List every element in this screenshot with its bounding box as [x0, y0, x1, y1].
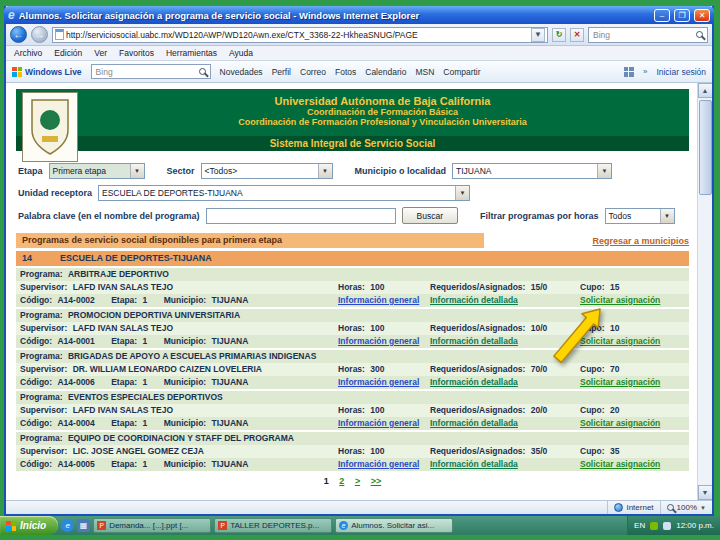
program-etapa: 1: [143, 377, 148, 387]
program-supervisor: LIC. JOSE ANGEL GOMEZ CEJA: [73, 446, 204, 456]
informacion-detallada-link[interactable]: Información detallada: [430, 418, 518, 428]
dropdown-arrow-icon[interactable]: ▼: [455, 186, 469, 200]
informacion-detallada-link[interactable]: Información detallada: [430, 459, 518, 469]
minimize-button[interactable]: –: [654, 9, 670, 22]
address-dropdown-button[interactable]: ▼: [531, 28, 545, 42]
menu-edicion[interactable]: Edición: [54, 48, 82, 58]
program-name: EQUIPO DE COORDINACION Y STAFF DEL PROGR…: [68, 433, 294, 443]
quicklaunch-ie-icon[interactable]: e: [61, 519, 74, 532]
refresh-button[interactable]: ↻: [552, 28, 566, 42]
unit-id: 14: [16, 251, 60, 266]
page-next[interactable]: >: [355, 476, 360, 486]
menu-bar: Archivo Edición Ver Favoritos Herramient…: [6, 46, 712, 61]
solicitar-asignacion-link[interactable]: Solicitar asignación: [580, 459, 660, 469]
page-1[interactable]: 1: [324, 476, 329, 486]
forward-button[interactable]: →: [31, 26, 48, 43]
scroll-thumb[interactable]: [699, 100, 712, 195]
volume-icon[interactable]: [663, 522, 671, 530]
informacion-general-link[interactable]: Información general: [338, 459, 419, 469]
informacion-detallada-link[interactable]: Información detallada: [430, 336, 518, 346]
start-button[interactable]: Inicio: [0, 516, 58, 535]
unit-name: ESCUELA DE DEPORTES-TIJUANA: [60, 251, 212, 266]
solicitar-asignacion-link[interactable]: Solicitar asignación: [580, 418, 660, 428]
titlebar: e Alumnos. Solicitar asignación a progra…: [4, 6, 714, 24]
program-horas: 100: [370, 323, 384, 333]
informacion-general-link[interactable]: Información general: [338, 377, 419, 387]
horas-select[interactable]: Todos▼: [605, 208, 675, 224]
close-button[interactable]: ✕: [694, 9, 710, 22]
banner-line-1: Universidad Autónoma de Baja California: [96, 95, 669, 107]
informacion-detallada-link[interactable]: Información detallada: [430, 295, 518, 305]
unidad-select[interactable]: ESCUELA DE DEPORTES-TIJUANA▼: [98, 185, 470, 201]
live-search-box[interactable]: Bing: [91, 64, 211, 79]
zoom-level[interactable]: 100%: [677, 503, 697, 512]
taskbar-task-3[interactable]: e Alumnos. Solicitar asi...: [335, 518, 453, 533]
window-title: Alumnos. Solicitar asignación a programa…: [19, 10, 650, 21]
menu-herramientas[interactable]: Herramientas: [166, 48, 217, 58]
toolbar-overflow-icon[interactable]: »: [643, 67, 647, 76]
municipio-select[interactable]: TIJUANA▼: [452, 163, 612, 179]
menu-archivo[interactable]: Archivo: [14, 48, 42, 58]
informacion-general-link[interactable]: Información general: [338, 418, 419, 428]
zoom-control[interactable]: 100% ▼: [660, 501, 706, 514]
quicklaunch-desktop-icon[interactable]: ▦: [77, 519, 90, 532]
program-municipio: TIJUANA: [212, 418, 249, 428]
program-detail-row: Supervisor: LAFD IVAN SALAS TEJO Horas: …: [16, 281, 689, 294]
powerpoint-icon: P: [218, 521, 227, 530]
address-bar[interactable]: http://serviciosocial.uabc.mx/WD120AWP/W…: [52, 27, 548, 43]
menu-ver[interactable]: Ver: [94, 48, 107, 58]
program-supervisor: LAFD IVAN SALAS TEJO: [73, 405, 173, 415]
program-horas: 300: [370, 364, 384, 374]
taskbar-task-2[interactable]: P TALLER DEPORTES.p...: [214, 518, 332, 533]
solicitar-asignacion-link[interactable]: Solicitar asignación: [580, 377, 660, 387]
filter-form: Etapa Primera etapa▼ Sector <Todos>▼ Mun…: [16, 153, 689, 230]
zone-label: Internet: [626, 503, 653, 512]
live-item-novedades[interactable]: Novedades: [220, 67, 263, 77]
powerpoint-icon: P: [97, 521, 106, 530]
page-2[interactable]: 2: [339, 476, 344, 486]
etapa-select[interactable]: Primera etapa▼: [49, 163, 145, 179]
live-item-correo[interactable]: Correo: [300, 67, 326, 77]
back-to-municipios-link[interactable]: Regresar a municipios: [592, 236, 689, 246]
keyword-input[interactable]: [206, 208, 396, 224]
program-cupo: 15: [610, 282, 619, 292]
dropdown-arrow-icon[interactable]: ▼: [318, 164, 332, 178]
etapa-label: Etapa: [18, 166, 43, 176]
taskbar-task-1[interactable]: P Demanda... [...].ppt [...: [93, 518, 211, 533]
live-item-fotos[interactable]: Fotos: [335, 67, 356, 77]
program-municipio: TIJUANA: [212, 377, 249, 387]
dropdown-arrow-icon[interactable]: ▼: [597, 164, 611, 178]
search-icon[interactable]: [696, 31, 703, 38]
live-item-compartir[interactable]: Compartir: [443, 67, 480, 77]
solicitar-asignacion-link[interactable]: Solicitar asignación: [580, 295, 660, 305]
sector-select[interactable]: <Todos>▼: [201, 163, 333, 179]
program-requeridos: 15/0: [531, 282, 548, 292]
search-box[interactable]: Bing: [588, 27, 708, 43]
menu-ayuda[interactable]: Ayuda: [229, 48, 253, 58]
url-text[interactable]: http://serviciosocial.uabc.mx/WD120AWP/W…: [66, 30, 529, 40]
informacion-general-link[interactable]: Información general: [338, 336, 419, 346]
dropdown-arrow-icon[interactable]: ▼: [130, 164, 144, 178]
vertical-scrollbar[interactable]: ▲ ▼: [697, 83, 712, 500]
tray-status-icon[interactable]: [650, 522, 658, 530]
live-item-perfil[interactable]: Perfil: [272, 67, 291, 77]
live-search-icon[interactable]: [199, 68, 206, 75]
live-item-calendario[interactable]: Calendario: [365, 67, 406, 77]
buscar-button[interactable]: Buscar: [402, 207, 458, 224]
language-indicator[interactable]: EN: [634, 521, 645, 530]
dropdown-arrow-icon[interactable]: ▼: [660, 209, 674, 223]
page-last[interactable]: >>: [371, 476, 382, 486]
live-item-msn[interactable]: MSN: [415, 67, 434, 77]
informacion-general-link[interactable]: Información general: [338, 295, 419, 305]
informacion-detallada-link[interactable]: Información detallada: [430, 377, 518, 387]
program-requeridos: 20/0: [531, 405, 548, 415]
apps-grid-icon[interactable]: [624, 67, 634, 77]
scroll-up-icon[interactable]: ▲: [698, 83, 713, 98]
back-button[interactable]: ←: [10, 26, 27, 43]
stop-button[interactable]: ✕: [570, 28, 584, 42]
unit-row: 14 ESCUELA DE DEPORTES-TIJUANA: [16, 251, 689, 266]
maximize-button[interactable]: ❐: [674, 9, 690, 22]
scroll-down-icon[interactable]: ▼: [698, 485, 713, 500]
sign-in-link[interactable]: Iniciar sesión: [656, 67, 706, 77]
menu-favoritos[interactable]: Favoritos: [119, 48, 154, 58]
